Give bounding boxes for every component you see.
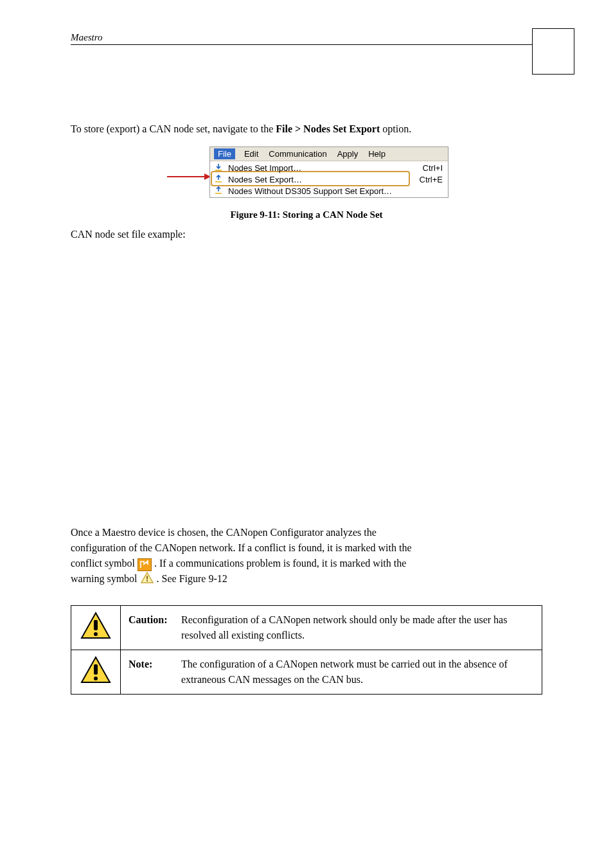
- caution-icon-cell: [71, 606, 121, 650]
- menu-bar-communication[interactable]: Communication: [267, 148, 328, 159]
- conflict-icon: [138, 558, 152, 571]
- intro-post: option.: [380, 123, 411, 134]
- svg-rect-9: [94, 620, 98, 630]
- para2-line3a: conflict symbol: [71, 558, 138, 569]
- caution-triangle-icon: [80, 611, 112, 641]
- svg-rect-4: [215, 193, 222, 194]
- export-icon: [213, 186, 224, 196]
- menu-item-ds305-label: Nodes Without DS305 Support Set Export…: [228, 186, 400, 196]
- menu-bar-help[interactable]: Help: [367, 148, 387, 159]
- page-header: Maestro: [71, 32, 542, 45]
- menu-item-export-shortcut: Ctrl+E: [404, 175, 443, 184]
- analysis-paragraph: Once a Maestro device is chosen, the CAN…: [71, 525, 542, 589]
- example-line: CAN node set file example:: [71, 227, 542, 242]
- svg-point-10: [94, 632, 98, 636]
- menu-item-export[interactable]: Nodes Set Export… Ctrl+E: [210, 173, 448, 185]
- para2-line4b: . See Figure 9-12: [154, 574, 227, 585]
- menu-item-import[interactable]: Nodes Set Import… Ctrl+I: [210, 162, 448, 173]
- menu-bar-edit[interactable]: Edit: [243, 148, 260, 159]
- import-icon: [213, 163, 224, 173]
- note-label: Note:: [129, 657, 179, 672]
- intro-pre: To store (export) a CAN node set, naviga…: [71, 123, 276, 134]
- figure-caption: Figure 9-11: Storing a CAN Node Set: [71, 209, 542, 220]
- caution-label: Caution:: [129, 612, 179, 628]
- svg-rect-3: [215, 181, 222, 182]
- menu-item-import-shortcut: Ctrl+I: [404, 163, 443, 173]
- intro-paragraph: To store (export) a CAN node set, naviga…: [71, 122, 542, 136]
- note-row: Note: The configuration of a CANopen net…: [71, 650, 542, 695]
- header-title: Maestro: [71, 32, 542, 44]
- caution-note-table: Caution: Reconfiguration of a CANopen ne…: [71, 605, 542, 695]
- para2-line2: configuration of the CANopen network. If…: [71, 542, 412, 553]
- menu-bar: File Edit Communication Apply Help: [210, 147, 448, 161]
- menu-item-export-label: Nodes Set Export…: [228, 175, 400, 184]
- menu-item-import-label: Nodes Set Import…: [228, 163, 400, 173]
- note-icon-cell: [71, 650, 121, 695]
- para2-line1: Once a Maestro device is chosen, the CAN…: [71, 527, 377, 538]
- intro-bold: File > Nodes Set Export: [276, 123, 380, 134]
- note-triangle-icon: [80, 655, 112, 685]
- caution-row: Caution: Reconfiguration of a CANopen ne…: [71, 606, 542, 650]
- note-text-cell: Note: The configuration of a CANopen net…: [121, 650, 542, 695]
- pointer-arrow-container: [164, 146, 209, 198]
- para2-line3b: . If a communications problem is found, …: [152, 558, 406, 569]
- svg-rect-12: [94, 664, 98, 675]
- svg-point-13: [94, 677, 98, 680]
- caution-text: Reconfiguration of a CANopen network sho…: [181, 612, 529, 643]
- note-label-text: Note:: [129, 659, 152, 669]
- menu-item-ds305-export[interactable]: Nodes Without DS305 Support Set Export…: [210, 185, 448, 197]
- note-text: The configuration of a CANopen network m…: [181, 657, 529, 687]
- arrow-right-icon: [166, 172, 211, 181]
- warning-triangle-icon: [140, 571, 154, 589]
- svg-rect-2: [215, 170, 222, 171]
- menu-bar-file[interactable]: File: [214, 148, 235, 159]
- svg-rect-6: [147, 576, 148, 580]
- export-icon: [213, 174, 224, 184]
- caution-text-cell: Caution: Reconfiguration of a CANopen ne…: [121, 606, 542, 650]
- header-empty-box: [532, 28, 574, 75]
- file-menu-screenshot: File Edit Communication Apply Help Nodes…: [209, 146, 449, 198]
- svg-rect-7: [147, 580, 148, 581]
- menu-bar-apply[interactable]: Apply: [336, 148, 360, 159]
- para2-line4a: warning symbol: [71, 574, 140, 585]
